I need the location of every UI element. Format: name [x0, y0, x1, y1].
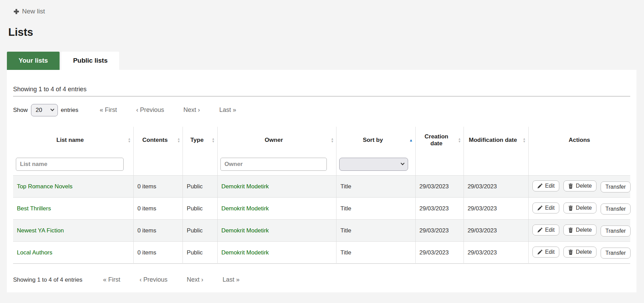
- column-header-list-name[interactable]: List name ▲▼: [13, 127, 133, 154]
- column-header-type-label: Type: [190, 137, 204, 143]
- pagination-previous-link[interactable]: ‹ Previous: [139, 276, 167, 283]
- entries-label: entries: [61, 107, 79, 114]
- sort-updown-icon: ▲▼: [458, 137, 461, 143]
- owner-link[interactable]: Demokrit Modetirk: [221, 249, 269, 256]
- sort-up-icon: ▲: [409, 138, 413, 142]
- transfer-button[interactable]: Transfer: [601, 203, 631, 215]
- delete-button[interactable]: Delete: [563, 202, 596, 213]
- pencil-icon: [537, 206, 542, 211]
- column-header-sort-by[interactable]: Sort by ▲: [336, 127, 415, 154]
- column-header-actions-label: Actions: [569, 137, 590, 143]
- edit-button[interactable]: Edit: [532, 247, 560, 258]
- modification-date-cell: 29/03/2023: [464, 176, 528, 198]
- owner-link[interactable]: Demokrit Modetirk: [221, 205, 269, 212]
- tab-your-lists[interactable]: Your lists: [7, 52, 60, 70]
- modification-date-cell: 29/03/2023: [464, 198, 528, 220]
- edit-button-label: Edit: [545, 249, 555, 255]
- transfer-button-label: Transfer: [605, 228, 626, 234]
- sort-updown-icon: ▲▼: [177, 137, 180, 143]
- delete-button[interactable]: Delete: [563, 224, 596, 236]
- delete-button-label: Delete: [576, 227, 592, 233]
- list-name-filter-input[interactable]: [16, 158, 124, 171]
- pagination-top: « First ‹ Previous Next › Last »: [100, 106, 256, 114]
- sort-by-filter-select[interactable]: [339, 158, 408, 171]
- pagination-previous-link[interactable]: ‹ Previous: [136, 106, 164, 114]
- pagination-last-link[interactable]: Last »: [219, 106, 236, 114]
- pencil-icon: [537, 184, 542, 189]
- table-row: Top Romance Novels 0 items Public Demokr…: [13, 176, 630, 198]
- sort-updown-icon: ▲▼: [523, 137, 526, 143]
- pagination-bottom: « First ‹ Previous Next › Last »: [103, 276, 259, 283]
- column-header-actions: Actions: [528, 127, 630, 154]
- trash-icon: [568, 184, 573, 189]
- column-header-owner[interactable]: Owner ▲▼: [217, 127, 336, 154]
- owner-link[interactable]: Demokrit Modetirk: [221, 227, 269, 234]
- transfer-button[interactable]: Transfer: [601, 248, 631, 259]
- list-name-link[interactable]: Top Romance Novels: [17, 183, 73, 190]
- contents-cell: 0 items: [133, 198, 183, 220]
- delete-button[interactable]: Delete: [563, 247, 596, 258]
- type-cell: Public: [183, 176, 217, 198]
- column-header-modification-date-label: Modification date: [469, 137, 517, 143]
- list-name-link[interactable]: Best Thrillers: [17, 205, 51, 212]
- pagination-last-link[interactable]: Last »: [222, 276, 239, 283]
- pencil-icon: [537, 228, 542, 233]
- column-header-creation-date[interactable]: Creation date ▲▼: [415, 127, 464, 154]
- delete-button-label: Delete: [576, 249, 592, 255]
- entries-summary-top: Showing 1 to 4 of 4 entries: [13, 86, 630, 93]
- show-label: Show: [13, 107, 28, 114]
- sort-by-filter-wrap: [339, 158, 408, 171]
- transfer-button[interactable]: Transfer: [601, 181, 631, 192]
- page-length-select[interactable]: 20: [31, 104, 58, 116]
- owner-link[interactable]: Demokrit Modetirk: [221, 183, 269, 190]
- transfer-button[interactable]: Transfer: [601, 226, 631, 237]
- creation-date-cell: 29/03/2023: [415, 198, 464, 220]
- type-cell: Public: [183, 198, 217, 220]
- trash-icon: [568, 206, 573, 211]
- edit-button[interactable]: Edit: [532, 180, 560, 191]
- column-header-owner-label: Owner: [265, 137, 283, 143]
- column-header-contents-label: Contents: [142, 137, 168, 143]
- lists-panel: Showing 1 to 4 of 4 entries Show 20 entr…: [7, 70, 636, 293]
- page-title: Lists: [8, 26, 644, 39]
- sort-updown-icon: ▲▼: [331, 137, 334, 143]
- column-header-contents[interactable]: Contents ▲▼: [133, 127, 183, 154]
- page-length-select-wrap: 20: [31, 104, 58, 116]
- type-cell: Public: [183, 242, 217, 264]
- sort-updown-icon: ▲▼: [128, 137, 131, 143]
- creation-date-cell: 29/03/2023: [415, 176, 464, 198]
- owner-filter-input[interactable]: [220, 158, 327, 171]
- pencil-icon: [537, 250, 542, 255]
- pagination-first-link[interactable]: « First: [100, 106, 117, 114]
- tab-public-lists-label: Public lists: [73, 57, 107, 64]
- list-name-link[interactable]: Local Authors: [17, 249, 52, 256]
- column-header-creation-date-label: Creation date: [425, 133, 448, 147]
- edit-button[interactable]: Edit: [532, 224, 560, 236]
- sort-by-cell: Title: [336, 198, 415, 220]
- contents-cell: 0 items: [133, 176, 183, 198]
- column-header-type[interactable]: Type ▲▼: [183, 127, 217, 154]
- plus-icon: [14, 9, 19, 14]
- pagination-first-link[interactable]: « First: [103, 276, 120, 283]
- divider: [13, 96, 630, 96]
- header-row: List name ▲▼ Contents ▲▼ Type ▲▼ Owner ▲…: [13, 127, 630, 154]
- pagination-next-link[interactable]: Next ›: [184, 106, 200, 114]
- transfer-button-label: Transfer: [605, 184, 626, 190]
- column-header-modification-date[interactable]: Modification date ▲▼: [464, 127, 528, 154]
- tab-public-lists[interactable]: Public lists: [61, 52, 119, 70]
- table-controls: Show 20 entries « First ‹ Previous Next …: [13, 104, 630, 116]
- delete-button[interactable]: Delete: [563, 180, 596, 191]
- edit-button-label: Edit: [545, 183, 555, 189]
- table-row: Best Thrillers 0 items Public Demokrit M…: [13, 198, 630, 220]
- type-cell: Public: [183, 220, 217, 242]
- new-list-button[interactable]: New list: [14, 8, 45, 15]
- pagination-next-link[interactable]: Next ›: [187, 276, 203, 283]
- column-header-list-name-label: List name: [56, 137, 84, 143]
- modification-date-cell: 29/03/2023: [464, 220, 528, 242]
- edit-button[interactable]: Edit: [532, 202, 560, 213]
- creation-date-cell: 29/03/2023: [415, 242, 464, 264]
- sort-by-cell: Title: [336, 220, 415, 242]
- list-name-link[interactable]: Newest YA Fiction: [17, 227, 64, 234]
- filter-row: [13, 154, 630, 176]
- delete-button-label: Delete: [576, 205, 592, 211]
